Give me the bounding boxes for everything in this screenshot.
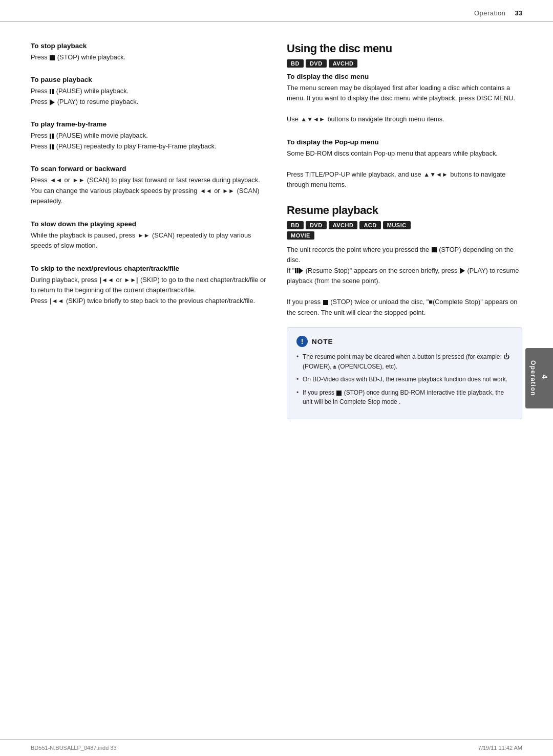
rewind-icon-2: ◄◄: [200, 186, 212, 196]
skipback-icon-2: |◄◄: [50, 296, 63, 306]
badge-dvd: DVD: [306, 59, 327, 68]
side-tab-number: 4: [541, 375, 549, 379]
note-label: NOTE: [312, 338, 333, 345]
section-disc-menu: Using the disc menu BD DVD AVCHD To disp…: [287, 42, 522, 190]
fastforward-icon: ►►: [73, 176, 85, 185]
resume-badges-row2: MOVIE: [287, 231, 522, 240]
footer-left: BD551-N.BUSALLP_0487.indd 33: [31, 745, 117, 751]
section-body-pause: Press (PAUSE) while playback. Press (PLA…: [31, 86, 266, 107]
stop-icon-resume-2: [323, 300, 328, 305]
stop-icon: [50, 55, 55, 60]
section-body-fbf: Press (PAUSE) while movie playback. Pres…: [31, 131, 266, 152]
header-page-number: 33: [515, 9, 522, 17]
badge-avchd: AVCHD: [329, 59, 358, 68]
play-icon-1: [50, 99, 55, 105]
section-pause-playback: To pause playback Press (PAUSE) while pl…: [31, 76, 266, 107]
section-frame-by-frame: To play frame-by-frame Press (PAUSE) whi…: [31, 120, 266, 152]
disc-menu-badges: BD DVD AVCHD: [287, 59, 522, 68]
section-scan: To scan forward or backward Press ◄◄ or …: [31, 165, 266, 206]
pause-icon-1: [50, 89, 54, 94]
resume-badges: BD DVD AVCHD ACD MUSIC: [287, 221, 522, 229]
section-title-fbf: To play frame-by-frame: [31, 120, 266, 128]
note-box: ! NOTE The resume point may be cleared w…: [287, 327, 522, 419]
stop-icon-note: [336, 391, 342, 396]
section-resume-playback: Resume playback BD DVD AVCHD ACD MUSIC M…: [287, 204, 522, 419]
nav-arrows-icon-2: ▲▼◄►: [423, 170, 448, 180]
stop-icon-resume: [432, 247, 437, 252]
pause-icon-3: [50, 144, 54, 149]
fastforward-icon-3: ►►: [138, 231, 150, 241]
section-skip: To skip to the next/previous chapter/tra…: [31, 265, 266, 306]
main-content: To stop playback Press (STOP) while play…: [0, 21, 553, 453]
badge-avchd-resume: AVCHD: [329, 221, 358, 229]
nav-arrows-icon: ▲▼◄►: [301, 115, 325, 124]
subsection-popup-menu: To display the Pop-up menu Some BD-ROM d…: [287, 138, 522, 190]
note-list: The resume point may be cleared when a b…: [296, 352, 513, 407]
section-title-scan: To scan forward or backward: [31, 165, 266, 172]
note-item-2: On BD-Video discs with BD-J, the resume …: [296, 375, 513, 384]
section-stop-playback: To stop playback Press (STOP) while play…: [31, 42, 266, 62]
section-body-skip: During playback, press |◄◄ or ►►| (SKIP)…: [31, 275, 266, 306]
note-exclamation-icon: !: [296, 336, 308, 347]
note-header: ! NOTE: [296, 336, 513, 347]
rewind-icon: ◄◄: [50, 176, 62, 185]
badge-bd: BD: [287, 59, 304, 68]
subsection-display-disc-menu: To display the disc menu The menu screen…: [287, 73, 522, 125]
subsection-body-display-disc: The menu screen may be displayed first a…: [287, 83, 522, 125]
note-item-3: If you press (STOP) once during BD-ROM i…: [296, 388, 513, 407]
left-column: To stop playback Press (STOP) while play…: [31, 42, 266, 433]
badge-dvd-resume: DVD: [306, 221, 327, 229]
section-body-slowdown: While the playback is paused, press ►► (…: [31, 230, 266, 251]
skipfwd-icon: ►►|: [124, 275, 138, 285]
subsection-title-popup: To display the Pop-up menu: [287, 138, 522, 146]
header-section: Operation: [474, 9, 506, 17]
resume-body: The unit records the point where you pre…: [287, 245, 522, 318]
section-title-slowdown: To slow down the playing speed: [31, 220, 266, 228]
badge-bd-resume: BD: [287, 221, 304, 229]
page-header: Operation 33: [0, 0, 553, 21]
badge-music-resume: MUSIC: [383, 221, 411, 229]
disc-menu-title: Using the disc menu: [287, 42, 522, 55]
resume-playback-title: Resume playback: [287, 204, 522, 217]
side-tab-label: Operation: [529, 360, 537, 396]
subsection-body-popup: Some BD-ROM discs contain Pop-up menu th…: [287, 148, 522, 190]
page-footer: BD551-N.BUSALLP_0487.indd 33 7/19/11 11:…: [0, 739, 553, 756]
fastforward-icon-2: ►►: [222, 186, 235, 196]
pause-icon-2: [50, 134, 54, 139]
play-icon-resume: [460, 268, 465, 274]
subsection-title-display-disc: To display the disc menu: [287, 73, 522, 80]
section-body-stop: Press (STOP) while playback.: [31, 52, 266, 62]
skipback-icon: |◄◄: [100, 275, 114, 285]
section-title-stop: To stop playback: [31, 42, 266, 50]
section-title-pause: To pause playback: [31, 76, 266, 83]
section-slow-down: To slow down the playing speed While the…: [31, 220, 266, 251]
side-tab: 4 Operation: [525, 348, 553, 408]
section-title-skip: To skip to the next/previous chapter/tra…: [31, 265, 266, 272]
resume-stop-icon: [295, 268, 303, 274]
badge-acd-resume: ACD: [359, 221, 380, 229]
page: Operation 33 To stop playback Press (STO…: [0, 0, 553, 756]
footer-right: 7/19/11 11:42 AM: [478, 745, 522, 751]
note-item-1: The resume point may be cleared when a b…: [296, 352, 513, 371]
right-column: Using the disc menu BD DVD AVCHD To disp…: [287, 42, 522, 433]
badge-movie-resume: MOVIE: [287, 231, 314, 240]
section-body-scan: Press ◄◄ or ►► (SCAN) to play fast forwa…: [31, 175, 266, 206]
